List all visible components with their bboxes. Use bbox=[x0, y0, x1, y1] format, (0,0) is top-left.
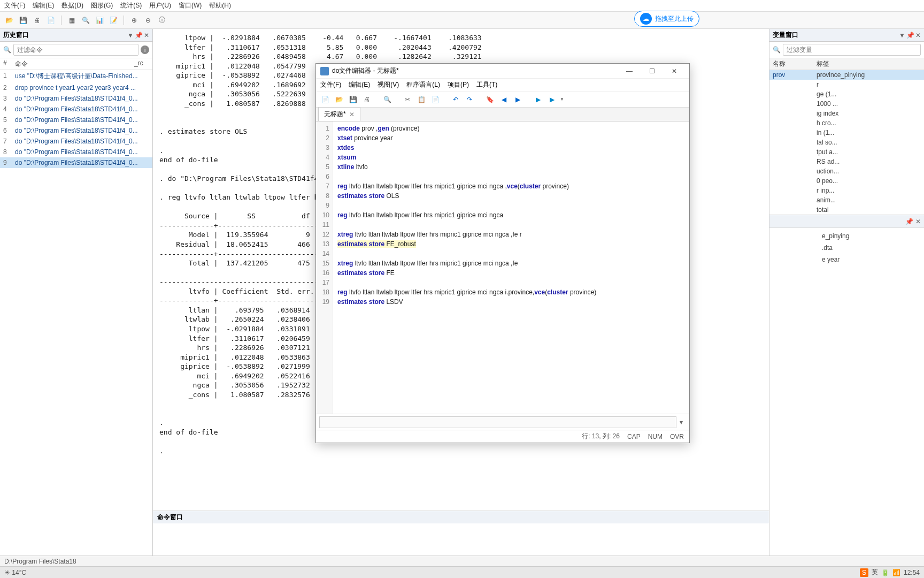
close-panel-icon[interactable]: ✕ bbox=[144, 32, 149, 39]
vars-title: 变量窗口 bbox=[773, 31, 798, 40]
history-row[interactable]: 6do "D:\Program Files\Stata18\STD41f4_0.… bbox=[0, 125, 152, 136]
command-window-title: 命令窗口 bbox=[153, 511, 769, 523]
col-cmd: 命令 bbox=[15, 59, 134, 69]
dropdown-icon[interactable]: ▾ bbox=[676, 419, 686, 426]
variable-row[interactable]: ig index bbox=[769, 109, 924, 118]
menu-edit[interactable]: 编辑(E) bbox=[33, 1, 54, 10]
menu-user[interactable]: 用户(U) bbox=[149, 1, 171, 10]
pin-icon[interactable]: 📌 bbox=[135, 32, 143, 39]
menu-stat[interactable]: 统计(S) bbox=[120, 1, 142, 10]
do-menu-tools[interactable]: 工具(T) bbox=[476, 80, 497, 89]
history-row[interactable]: 5do "D:\Program Files\Stata18\STD41f4_0.… bbox=[0, 115, 152, 125]
ime-icon[interactable]: S bbox=[860, 568, 868, 577]
variable-row[interactable]: h cro... bbox=[769, 118, 924, 128]
variable-row[interactable]: provprovince_pinying bbox=[769, 70, 924, 80]
filter-icon[interactable]: ▼ bbox=[899, 32, 905, 39]
do-tab[interactable]: 无标题* ✕ bbox=[318, 107, 360, 121]
variable-row[interactable]: ge (1... bbox=[769, 89, 924, 99]
do-menu-view[interactable]: 视图(V) bbox=[378, 80, 399, 89]
graph-icon[interactable]: 📊 bbox=[94, 14, 105, 26]
variable-row[interactable]: 0 peo... bbox=[769, 176, 924, 186]
menu-file[interactable]: 文件(F) bbox=[4, 1, 25, 10]
open-icon[interactable]: 📂 bbox=[3, 14, 15, 26]
dropdown-icon[interactable]: ▼ bbox=[560, 97, 564, 102]
copy-icon[interactable]: 📋 bbox=[415, 94, 427, 105]
run-icon[interactable]: ▶ bbox=[532, 94, 544, 105]
app-icon bbox=[320, 67, 329, 75]
ime-lang[interactable]: 英 bbox=[872, 568, 878, 577]
info-icon[interactable]: i bbox=[141, 45, 149, 54]
menu-window[interactable]: 窗口(W) bbox=[179, 1, 202, 10]
history-filter-input[interactable] bbox=[13, 44, 138, 56]
do-editor-icon[interactable]: 📝 bbox=[107, 14, 119, 26]
undo-icon[interactable]: ↶ bbox=[450, 94, 461, 105]
bookmark-prev-icon[interactable]: ◀ bbox=[498, 94, 510, 105]
variable-row[interactable]: r inp... bbox=[769, 186, 924, 195]
variable-row[interactable]: tput a... bbox=[769, 147, 924, 157]
variable-row[interactable]: 1000 ... bbox=[769, 99, 924, 109]
variable-row[interactable]: RS ad... bbox=[769, 157, 924, 166]
pin-icon[interactable]: 📌 bbox=[906, 32, 914, 39]
do-menu-edit[interactable]: 编辑(E) bbox=[349, 80, 370, 89]
menu-help[interactable]: 帮助(H) bbox=[209, 1, 231, 10]
open-icon[interactable]: 📂 bbox=[333, 94, 345, 105]
search-help-icon[interactable]: ⓘ bbox=[156, 14, 168, 26]
maximize-button[interactable]: ☐ bbox=[641, 65, 663, 78]
do-command-input[interactable] bbox=[319, 416, 676, 428]
close-button[interactable]: ✕ bbox=[664, 65, 685, 78]
do-menu-lang[interactable]: 程序语言(L) bbox=[406, 80, 440, 89]
close-panel-icon[interactable]: ✕ bbox=[915, 32, 921, 39]
redo-icon[interactable]: ↷ bbox=[464, 94, 475, 105]
data-browser-icon[interactable]: 🔍 bbox=[80, 14, 91, 26]
variables-panel: 变量窗口 ▼ 📌 ✕ 🔍 名称 标签 provprovince_pinyingr… bbox=[769, 29, 924, 566]
history-row[interactable]: 4do "D:\Program Files\Stata18\STD41f4_0.… bbox=[0, 104, 152, 115]
new-icon[interactable]: 📄 bbox=[319, 94, 331, 105]
col-rc: _rc bbox=[134, 59, 149, 69]
history-row[interactable]: 8do "D:\Program Files\Stata18\STD41f4_0.… bbox=[0, 147, 152, 157]
history-row[interactable]: 7do "D:\Program Files\Stata18\STD41f4_0.… bbox=[0, 136, 152, 147]
paste-icon[interactable]: 📄 bbox=[429, 94, 441, 105]
history-row[interactable]: 3do "D:\Program Files\Stata18\STD41f4_0.… bbox=[0, 93, 152, 104]
battery-icon[interactable]: 🔋 bbox=[881, 569, 889, 576]
execute-icon[interactable]: ▶ bbox=[546, 94, 558, 105]
cut-icon[interactable]: ✂ bbox=[402, 94, 413, 105]
save-icon[interactable]: 💾 bbox=[347, 94, 359, 105]
menu-data[interactable]: 数据(D) bbox=[61, 1, 83, 10]
variable-row[interactable]: anim... bbox=[769, 195, 924, 205]
bookmark-toggle-icon[interactable]: 🔖 bbox=[484, 94, 496, 105]
break-icon[interactable]: ⊖ bbox=[142, 14, 154, 26]
bookmark-next-icon[interactable]: ▶ bbox=[512, 94, 523, 105]
data-editor-icon[interactable]: ▦ bbox=[66, 14, 78, 26]
variable-row[interactable]: uction... bbox=[769, 166, 924, 176]
find-icon[interactable]: 🔍 bbox=[381, 94, 393, 105]
save-icon[interactable]: 💾 bbox=[17, 14, 29, 26]
more-icon[interactable]: ⊕ bbox=[128, 14, 140, 26]
clock[interactable]: 12:54 bbox=[904, 569, 920, 576]
variable-row[interactable]: tal so... bbox=[769, 138, 924, 147]
history-row[interactable]: 9do "D:\Program Files\Stata18\STD41f4_0.… bbox=[0, 157, 152, 168]
do-menu-proj[interactable]: 项目(P) bbox=[448, 80, 469, 89]
close-icon[interactable]: ✕ bbox=[915, 218, 921, 225]
pin-icon[interactable]: 📌 bbox=[905, 218, 913, 225]
minimize-button[interactable]: — bbox=[619, 65, 640, 78]
menu-graph[interactable]: 图形(G) bbox=[91, 1, 113, 10]
variable-row[interactable]: in (1... bbox=[769, 128, 924, 138]
history-panel: 历史窗口 ▼ 📌 ✕ 🔍 i # 命令 _rc 1use "D:\博士课程\高级… bbox=[0, 29, 153, 566]
history-row[interactable]: 2drop province t year1 year2 year3 year4… bbox=[0, 82, 152, 93]
variable-row[interactable]: r bbox=[769, 80, 924, 89]
print-icon[interactable]: 🖨 bbox=[31, 14, 43, 26]
code-editor[interactable]: encode prov ,gen (province) xtset provin… bbox=[333, 121, 689, 414]
do-menu-file[interactable]: 文件(F) bbox=[320, 80, 341, 89]
vars-filter-input[interactable] bbox=[783, 44, 921, 56]
filter-icon[interactable]: ▼ bbox=[127, 32, 134, 39]
upload-badge[interactable]: ☁ 拖拽至此上传 bbox=[634, 11, 699, 27]
close-tab-icon[interactable]: ✕ bbox=[349, 111, 355, 118]
log-icon[interactable]: 📄 bbox=[45, 14, 57, 26]
col-num: # bbox=[3, 59, 15, 69]
working-dir: D:\Program Files\Stata18 bbox=[4, 558, 76, 565]
weather-widget[interactable]: ☀ 14°C bbox=[4, 569, 26, 576]
wifi-icon[interactable]: 📶 bbox=[892, 569, 900, 576]
print-icon[interactable]: 🖨 bbox=[361, 94, 373, 105]
variable-row[interactable]: total bbox=[769, 205, 924, 215]
history-row[interactable]: 1use "D:\博士课程\高级计量\Data-Finished... bbox=[0, 70, 152, 82]
